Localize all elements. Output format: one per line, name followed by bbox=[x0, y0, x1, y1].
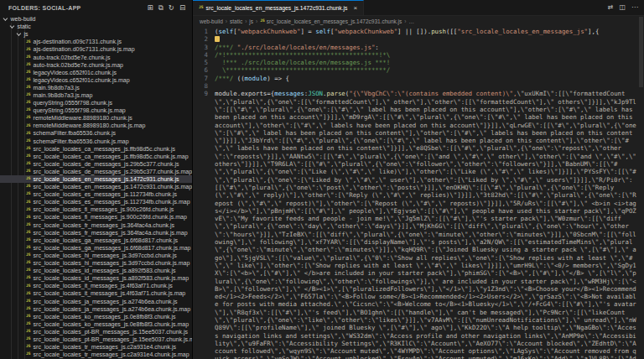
file-row[interactable]: JSschemaFilter.fba65536.chunk.js.map bbox=[0, 138, 192, 145]
code-line[interactable]: 8 bbox=[193, 82, 644, 90]
file-row[interactable]: JSremoteMiddleware.88989180.chunk.js bbox=[0, 114, 192, 122]
file-row[interactable]: JSqueryString.0555f798.chunk.js bbox=[0, 99, 192, 107]
code-token: ] = bbox=[300, 28, 315, 35]
js-file-icon: JS bbox=[26, 108, 31, 112]
file-row[interactable]: JSsrc_locale_locales_fr_messages_js.364f… bbox=[0, 229, 192, 237]
code-line[interactable]: 5 !*** ./src/locale/locales/en/messages.… bbox=[193, 59, 644, 66]
code-line[interactable]: 6 \*************************************… bbox=[193, 66, 644, 74]
file-row[interactable]: JSsrc_locale_locales_hi_messages_js.3d97… bbox=[0, 259, 192, 267]
code-line[interactable]: 1(self["webpackChunkweb"] = self["webpac… bbox=[193, 28, 644, 35]
file-row[interactable]: JSsrc_locale_locales_en_messages_js.1472… bbox=[0, 183, 192, 190]
breadcrumb-item[interactable]: … bbox=[408, 18, 414, 24]
file-row[interactable]: JSlegacyVideos.c652f01c.chunk.js bbox=[0, 69, 192, 76]
file-name: ajs-destination.d09c7131.chunk.js.map bbox=[34, 46, 135, 52]
file-row[interactable]: JSsrc_locale_locales_de_messages_js.29b5… bbox=[0, 160, 192, 168]
code-area[interactable]: 1(self["webpackChunkweb"] = self["webpac… bbox=[193, 27, 644, 359]
editor-scrollbar[interactable] bbox=[639, 17, 643, 87]
code-line[interactable]: 2 bbox=[193, 35, 644, 43]
file-row[interactable]: JSsrc_locale_locales_ja_messages_js.a274… bbox=[0, 305, 192, 313]
code-token: module bbox=[245, 75, 267, 82]
line-content: !*** ./src/locale/locales/en/messages.js… bbox=[215, 59, 644, 66]
file-row[interactable]: JSmain.9b8db7a3.js.map bbox=[0, 91, 192, 99]
js-file-icon: JS bbox=[26, 70, 31, 75]
file-row[interactable]: JSschemaFilter.fba65536.chunk.js bbox=[0, 129, 192, 137]
line-number: 1 bbox=[193, 28, 215, 35]
line-content: \***************************************… bbox=[215, 66, 644, 74]
file-row[interactable]: JSsrc_locale_locales_ca_messages_js.ffb9… bbox=[0, 153, 192, 160]
file-row[interactable]: JSsrc_locale_locales_tr_messages_js.c2a9… bbox=[0, 351, 192, 358]
code-token: : bbox=[375, 44, 378, 51]
refresh-icon[interactable]: ↻ bbox=[169, 4, 174, 12]
file-row[interactable]: JSauto-track.02bd5e7e.chunk.js.map bbox=[0, 61, 192, 69]
file-row[interactable]: JSajs-destination.d09c7131.chunk.js bbox=[0, 38, 192, 45]
file-row[interactable]: JSsrc_locale_locales_ca_messages_js.ffb9… bbox=[0, 145, 192, 153]
file-name: src_locale_locales_fr_messages_js.364fac… bbox=[34, 222, 174, 228]
file-row[interactable]: JSsrc_locale_locales_pt-BR_messages_js.1… bbox=[0, 328, 192, 336]
file-row[interactable]: JSsrc_locale_locales_fi_messages_js.900c… bbox=[0, 213, 192, 221]
file-name: src_locale_locales_it_messages_js.4f63af… bbox=[34, 283, 173, 289]
folder-js[interactable]: js bbox=[0, 30, 192, 38]
file-row[interactable]: JSlegacyVideos.c652f01c.chunk.js.map bbox=[0, 76, 192, 84]
new-folder-icon[interactable]: ⧉ bbox=[158, 4, 164, 12]
file-row[interactable]: JSsrc_locale_locales_tr_messages_js.c2a9… bbox=[0, 343, 192, 351]
editor-pane: JS src_locale_locales_en_messages_js.147… bbox=[193, 0, 644, 359]
close-icon[interactable]: × bbox=[353, 4, 357, 12]
js-file-icon: JS bbox=[26, 169, 31, 174]
file-row[interactable]: JSsrc_locale_locales_es_messages_js.1127… bbox=[0, 198, 192, 206]
file-row-selected[interactable]: JSsrc_locale_locales_en_messages_js.1472… bbox=[0, 175, 192, 183]
file-name: src_locale_locales_tr_messages_js.c2a931… bbox=[34, 351, 190, 357]
code-line[interactable]: 9module.exports={messages:JSON.parse("{\… bbox=[193, 90, 644, 359]
file-row[interactable]: JSsrc_locale_locales_es_messages_js.1127… bbox=[0, 190, 192, 198]
file-row[interactable]: JSsrc_locale_locales_it_messages_js.4f63… bbox=[0, 289, 192, 297]
js-file-icon: JS bbox=[26, 48, 31, 52]
explorer-sidebar: FOLDERS: SOCIAL-APP ⊞⧉↻⊟ web-build stati… bbox=[0, 0, 193, 359]
breadcrumb-item[interactable]: web-build bbox=[200, 18, 223, 24]
file-row[interactable]: JSsrc_locale_locales_id_messages_js.a892… bbox=[0, 267, 192, 274]
file-row[interactable]: JSsrc_locale_locales_ko_messages_js.0e8f… bbox=[0, 313, 192, 320]
line-content: /***/ "./src/locale/locales/en/messages.… bbox=[215, 44, 644, 51]
file-row[interactable]: JSajs-destination.d09c7131.chunk.js.map bbox=[0, 45, 192, 53]
file-row[interactable]: JSsrc_locale_locales_hi_messages_js.3d97… bbox=[0, 252, 192, 259]
folder-label: static bbox=[18, 23, 31, 29]
code-line[interactable]: 4/*!************************************… bbox=[193, 51, 644, 59]
breadcrumb-item[interactable]: JSsrc_locale_locales_en_messages_js.1472… bbox=[260, 18, 402, 24]
folder-static[interactable]: static bbox=[0, 23, 192, 30]
file-name: src_locale_locales_ca_messages_js.ffb98d… bbox=[34, 153, 189, 159]
line-content bbox=[215, 35, 644, 43]
file-row[interactable]: JSsrc_locale_locales_id_messages_js.a892… bbox=[0, 274, 192, 282]
js-file-icon: JS bbox=[26, 101, 31, 105]
line-number: 4 bbox=[193, 51, 215, 59]
file-row[interactable]: JSauto-track.02bd5e7e.chunk.js bbox=[0, 53, 192, 60]
folder-web-build[interactable]: web-build bbox=[0, 15, 192, 23]
more-actions-icon[interactable]: ⋯ bbox=[631, 4, 638, 11]
file-row[interactable]: JSsrc_locale_locales_ja_messages_js.a274… bbox=[0, 297, 192, 304]
collapse-all-icon[interactable]: ⊟ bbox=[179, 4, 185, 12]
file-row[interactable]: JSsrc_locale_locales_ga_messages_js.6f68… bbox=[0, 237, 192, 244]
file-row[interactable]: JSsrc_locale_locales_fr_messages_js.364f… bbox=[0, 221, 192, 229]
js-file-icon: JS bbox=[26, 78, 31, 82]
breadcrumb-item[interactable]: js bbox=[249, 18, 253, 24]
code-token: !*** ./src/locale/locales/en/messages.js… bbox=[215, 59, 390, 66]
code-line[interactable]: 3/***/ "./src/locale/locales/en/messages… bbox=[193, 44, 644, 51]
code-token: ],{ bbox=[588, 28, 599, 35]
code-editor-window: FOLDERS: SOCIAL-APP ⊞⧉↻⊟ web-build stati… bbox=[0, 0, 644, 359]
line-number: 7 bbox=[193, 75, 215, 82]
file-row[interactable]: JSsrc_locale_locales_it_messages_js.4f63… bbox=[0, 282, 192, 289]
code-token: /***/ bbox=[215, 75, 237, 82]
tab-en-messages-chunk[interactable]: JS src_locale_locales_en_messages_js.147… bbox=[193, 0, 364, 15]
file-row[interactable]: JSmain.9b8db7a3.js bbox=[0, 84, 192, 91]
file-row[interactable]: JSsrc_locale_locales_pt-BR_messages_js.1… bbox=[0, 336, 192, 343]
file-row[interactable]: JSsrc_locale_locales_de_messages_js.29b5… bbox=[0, 168, 192, 175]
file-row[interactable]: JSremoteMiddleware.88989180.chunk.js.map bbox=[0, 122, 192, 129]
code-line[interactable]: 7/***/ ((module) => { bbox=[193, 75, 644, 82]
file-row[interactable]: JSqueryString.0555f798.chunk.js.map bbox=[0, 107, 192, 114]
file-row[interactable]: JSsrc_locale_locales_ga_messages_js.6f68… bbox=[0, 244, 192, 252]
split-editor-icon[interactable]: ◫ bbox=[619, 4, 626, 11]
js-file-icon: JS bbox=[26, 284, 31, 289]
new-file-icon[interactable]: ⊞ bbox=[148, 4, 153, 12]
open-changes-icon[interactable]: ⇄ bbox=[608, 4, 614, 11]
file-row[interactable]: JSsrc_locale_locales_fi_messages_js.900c… bbox=[0, 206, 192, 213]
explorer-header: FOLDERS: SOCIAL-APP ⊞⧉↻⊟ bbox=[0, 0, 192, 15]
breadcrumb-item[interactable]: static bbox=[230, 18, 242, 24]
file-row[interactable]: JSsrc_locale_locales_ko_messages_js.0e8f… bbox=[0, 320, 192, 328]
